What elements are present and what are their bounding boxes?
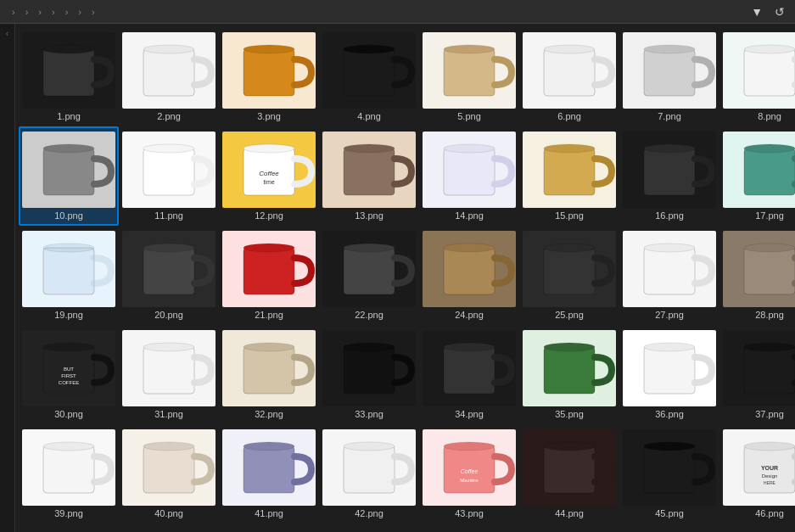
svg-rect-90 bbox=[444, 347, 495, 394]
image-label-14-png: 14.png bbox=[455, 210, 484, 221]
svg-point-43 bbox=[544, 144, 595, 153]
svg-point-103 bbox=[43, 442, 94, 451]
image-item-32-png[interactable]: 32.png bbox=[219, 325, 319, 424]
image-label-35-png: 35.png bbox=[555, 409, 584, 419]
image-item-10-png[interactable]: 10.png bbox=[19, 126, 119, 226]
image-thumb-21-png bbox=[222, 231, 316, 307]
svg-point-82 bbox=[143, 343, 194, 351]
image-label-7-png: 7.png bbox=[658, 111, 681, 121]
image-item-24-png[interactable]: 24.png bbox=[419, 226, 519, 325]
image-item-25-png[interactable]: 25.png bbox=[519, 226, 619, 325]
image-label-22-png: 22.png bbox=[355, 310, 384, 320]
refresh-button[interactable]: ↺ bbox=[771, 3, 788, 20]
image-item-30-png[interactable]: BUT FIRST COFFEE 30.png bbox=[19, 325, 119, 424]
image-item-43-png[interactable]: Coffee Maziére 43.png bbox=[419, 424, 519, 524]
image-item-8-png[interactable]: 8.png bbox=[719, 27, 795, 126]
svg-text:YOUR: YOUR bbox=[761, 465, 778, 471]
image-item-31-png[interactable]: 31.png bbox=[119, 325, 219, 424]
svg-point-73 bbox=[744, 244, 795, 252]
svg-rect-51 bbox=[43, 248, 94, 294]
image-thumb-37-png bbox=[723, 330, 795, 406]
svg-rect-119 bbox=[544, 446, 595, 493]
image-item-36-png[interactable]: 36.png bbox=[619, 325, 719, 424]
svg-point-76 bbox=[43, 343, 94, 351]
image-thumb-5-png bbox=[423, 32, 516, 109]
svg-text:BUT: BUT bbox=[64, 367, 74, 372]
svg-point-11 bbox=[344, 45, 395, 53]
svg-point-88 bbox=[344, 343, 395, 351]
svg-rect-22 bbox=[744, 49, 795, 96]
image-item-16-png[interactable]: 16.png bbox=[619, 126, 719, 226]
svg-text:Maziére: Maziére bbox=[460, 478, 479, 483]
image-label-2-png: 2.png bbox=[157, 111, 181, 121]
image-item-37-png[interactable]: 37.png bbox=[719, 325, 795, 424]
dropdown-button[interactable]: ▼ bbox=[747, 3, 766, 20]
image-thumb-7-png bbox=[623, 32, 716, 109]
main-layout: ‹ 1.png 2.png 3.png bbox=[0, 24, 795, 532]
image-item-11-png[interactable]: 11.png bbox=[119, 126, 219, 226]
image-item-7-png[interactable]: 7.png bbox=[619, 27, 719, 126]
image-item-22-png[interactable]: 22.png bbox=[319, 226, 419, 325]
image-grid: 1.png 2.png 3.png 4.png 5.png bbox=[15, 24, 795, 532]
svg-point-64 bbox=[444, 244, 495, 252]
svg-text:HERE: HERE bbox=[764, 480, 776, 485]
image-label-12-png: 12.png bbox=[255, 210, 283, 221]
image-item-3-png[interactable]: 3.png bbox=[219, 27, 319, 126]
image-label-5-png: 5.png bbox=[457, 111, 481, 121]
image-item-14-png[interactable]: 14.png bbox=[419, 126, 519, 226]
svg-rect-7 bbox=[244, 49, 294, 96]
address-bar: › › › › › › › ▼ ↺ bbox=[0, 0, 795, 24]
image-label-25-png: 25.png bbox=[555, 310, 584, 320]
image-item-13-png[interactable]: 13.png bbox=[319, 126, 419, 226]
image-label-17-png: 17.png bbox=[755, 210, 784, 221]
sep-7: › bbox=[92, 7, 95, 17]
svg-point-85 bbox=[244, 343, 294, 351]
image-label-45-png: 45.png bbox=[655, 508, 684, 518]
image-item-1-png[interactable]: 1.png bbox=[19, 27, 119, 126]
svg-rect-99 bbox=[744, 347, 795, 394]
svg-point-8 bbox=[244, 45, 294, 53]
image-label-42-png: 42.png bbox=[355, 508, 384, 518]
image-item-42-png[interactable]: 42.png bbox=[319, 424, 419, 524]
image-label-33-png: 33.png bbox=[355, 409, 384, 419]
image-item-21-png[interactable]: 21.png bbox=[219, 226, 319, 325]
image-item-5-png[interactable]: 5.png bbox=[419, 27, 519, 126]
svg-point-14 bbox=[444, 45, 495, 53]
image-item-33-png[interactable]: 33.png bbox=[319, 325, 419, 424]
svg-point-32 bbox=[244, 144, 294, 153]
svg-rect-25 bbox=[43, 148, 94, 195]
svg-point-40 bbox=[444, 144, 495, 153]
svg-rect-48 bbox=[744, 148, 795, 195]
image-item-40-png[interactable]: 40.png bbox=[119, 424, 219, 524]
image-item-15-png[interactable]: 15.png bbox=[519, 126, 619, 226]
image-item-35-png[interactable]: 35.png bbox=[519, 325, 619, 424]
svg-rect-105 bbox=[143, 446, 194, 493]
image-item-27-png[interactable]: 27.png bbox=[619, 226, 719, 325]
image-label-13-png: 13.png bbox=[355, 210, 384, 221]
svg-rect-66 bbox=[544, 248, 595, 294]
image-label-40-png: 40.png bbox=[154, 508, 183, 518]
image-thumb-12-png: Coffee time bbox=[222, 132, 316, 208]
image-item-46-png[interactable]: YOUR Design HERE 46.png bbox=[719, 424, 795, 524]
image-item-34-png[interactable]: 34.png bbox=[419, 325, 519, 424]
image-item-39-png[interactable]: 39.png bbox=[19, 424, 119, 524]
image-label-41-png: 41.png bbox=[255, 508, 283, 518]
sidebar-arrow-up[interactable]: ‹ bbox=[4, 27, 10, 40]
image-item-2-png[interactable]: 2.png bbox=[119, 27, 219, 126]
image-item-4-png[interactable]: 4.png bbox=[319, 27, 419, 126]
svg-rect-10 bbox=[344, 49, 395, 96]
svg-rect-111 bbox=[344, 446, 395, 493]
image-label-46-png: 46.png bbox=[755, 508, 784, 518]
image-item-17-png[interactable]: 17.png bbox=[719, 126, 795, 226]
image-item-45-png[interactable]: 45.png bbox=[619, 424, 719, 524]
image-item-41-png[interactable]: 41.png bbox=[219, 424, 319, 524]
image-item-6-png[interactable]: 6.png bbox=[519, 27, 619, 126]
image-item-19-png[interactable]: 19.png bbox=[19, 226, 119, 325]
sep-2: › bbox=[25, 7, 29, 17]
svg-point-5 bbox=[143, 45, 194, 53]
image-item-28-png[interactable]: 28.png bbox=[719, 226, 795, 325]
image-item-20-png[interactable]: 20.png bbox=[119, 226, 219, 325]
image-label-24-png: 24.png bbox=[455, 310, 484, 320]
image-item-44-png[interactable]: 44.png bbox=[519, 424, 619, 524]
image-item-12-png[interactable]: Coffee time 12.png bbox=[219, 126, 319, 226]
